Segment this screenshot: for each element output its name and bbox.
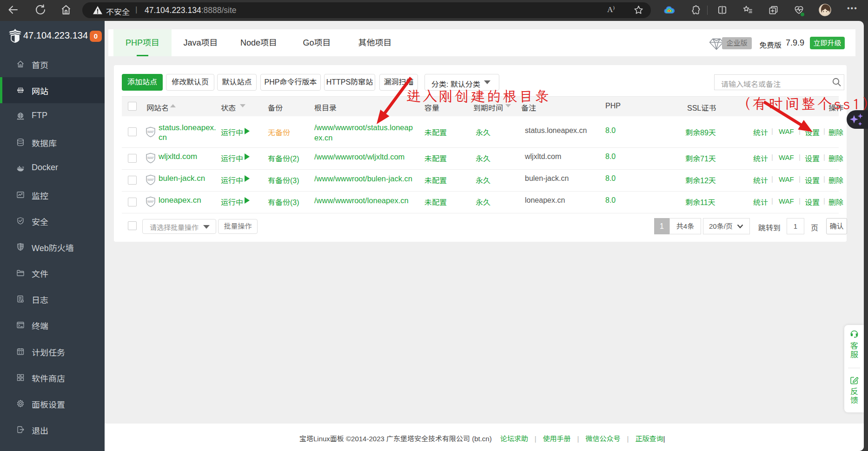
svg-text:WAF: WAF <box>147 200 154 203</box>
svg-text:WAF: WAF <box>147 130 154 133</box>
svg-text:WAF: WAF <box>147 156 154 159</box>
svg-text:WAF: WAF <box>147 178 154 181</box>
